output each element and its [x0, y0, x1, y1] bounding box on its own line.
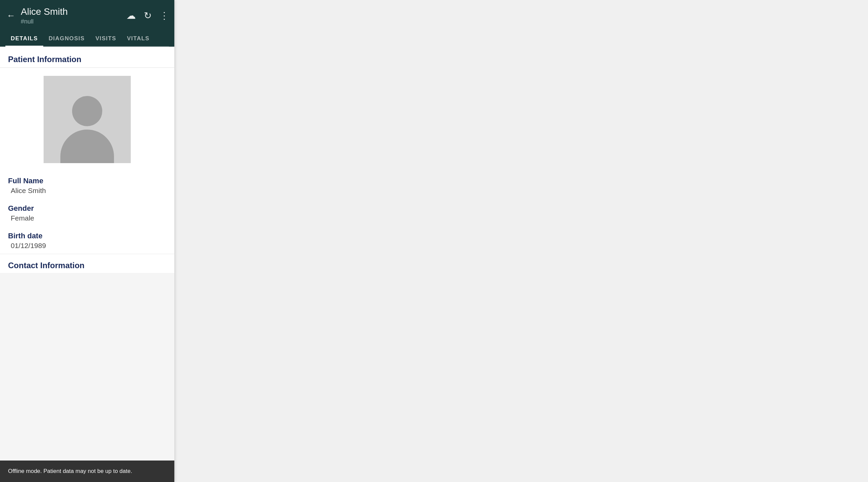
toolbar-actions: ☁ ↻ ⋮ — [126, 10, 169, 21]
avatar-head — [72, 96, 102, 126]
birth-date-field: Birth date 01/12/1989 — [0, 226, 174, 254]
tab-visits[interactable]: VISITS — [90, 31, 122, 46]
contact-info-header: Contact Information — [0, 254, 174, 273]
cloud-icon[interactable]: ☁ — [126, 10, 136, 21]
back-button[interactable]: ← — [5, 9, 17, 22]
more-options-icon[interactable]: ⋮ — [160, 10, 169, 21]
tab-bar: DETAILS DIAGNOSIS VISITS VITALS — [5, 31, 169, 47]
main-content: Patient Information Full Name Alice Smit… — [0, 47, 174, 482]
toolbar: ← Alice Smith #null ☁ ↻ ⋮ DETAILS DIAGNO… — [0, 0, 174, 47]
gender-label: Gender — [8, 204, 166, 213]
tab-details[interactable]: DETAILS — [5, 31, 43, 46]
patient-info-header: Patient Information — [0, 47, 174, 68]
full-name-value: Alice Smith — [8, 187, 166, 197]
tab-diagnosis[interactable]: DIAGNOSIS — [43, 31, 90, 46]
contact-info-title: Contact Information — [8, 261, 166, 270]
avatar-container — [0, 68, 174, 171]
snackbar: Offline mode. Patient data may not be up… — [0, 460, 174, 482]
avatar — [43, 76, 131, 163]
snackbar-message: Offline mode. Patient data may not be up… — [8, 468, 132, 474]
avatar-body — [60, 130, 114, 163]
patient-name-header: Alice Smith — [21, 6, 122, 18]
patient-id-header: #null — [21, 18, 122, 25]
gender-field: Gender Female — [0, 199, 174, 226]
birth-date-value: 01/12/1989 — [8, 242, 166, 252]
phone-container: ← Alice Smith #null ☁ ↻ ⋮ DETAILS DIAGNO… — [0, 0, 174, 482]
birth-date-label: Birth date — [8, 232, 166, 240]
toolbar-title-block: Alice Smith #null — [21, 6, 122, 25]
toolbar-top: ← Alice Smith #null ☁ ↻ ⋮ — [5, 0, 169, 29]
full-name-label: Full Name — [8, 176, 166, 185]
full-name-field: Full Name Alice Smith — [0, 171, 174, 199]
patient-info-title: Patient Information — [8, 55, 166, 64]
tab-vitals[interactable]: VITALS — [122, 31, 155, 46]
patient-information-section: Patient Information Full Name Alice Smit… — [0, 47, 174, 273]
gender-value: Female — [8, 214, 166, 225]
refresh-icon[interactable]: ↻ — [144, 10, 152, 21]
